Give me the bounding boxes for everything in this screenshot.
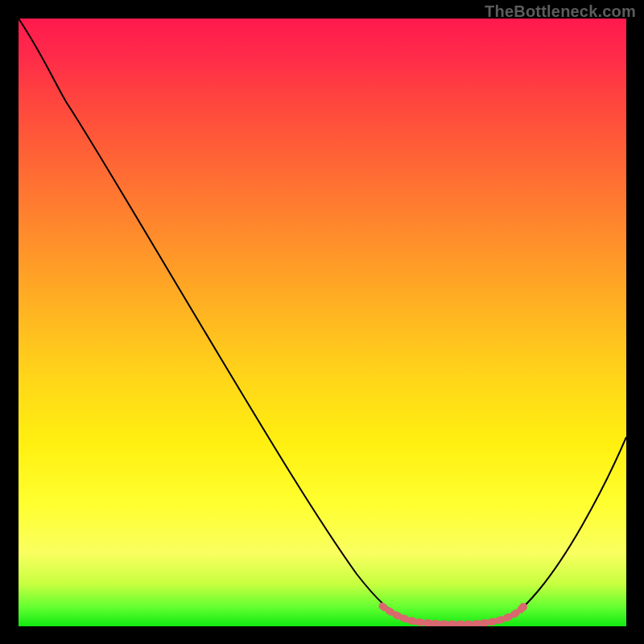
bottom-highlight [382, 606, 522, 624]
chart-container: TheBottleneck.com [0, 0, 644, 644]
watermark-label: TheBottleneck.com [485, 2, 636, 21]
plot-area [19, 19, 626, 626]
highlight-end-dot [519, 603, 527, 611]
curve-layer [19, 19, 626, 626]
main-curve [19, 19, 626, 624]
